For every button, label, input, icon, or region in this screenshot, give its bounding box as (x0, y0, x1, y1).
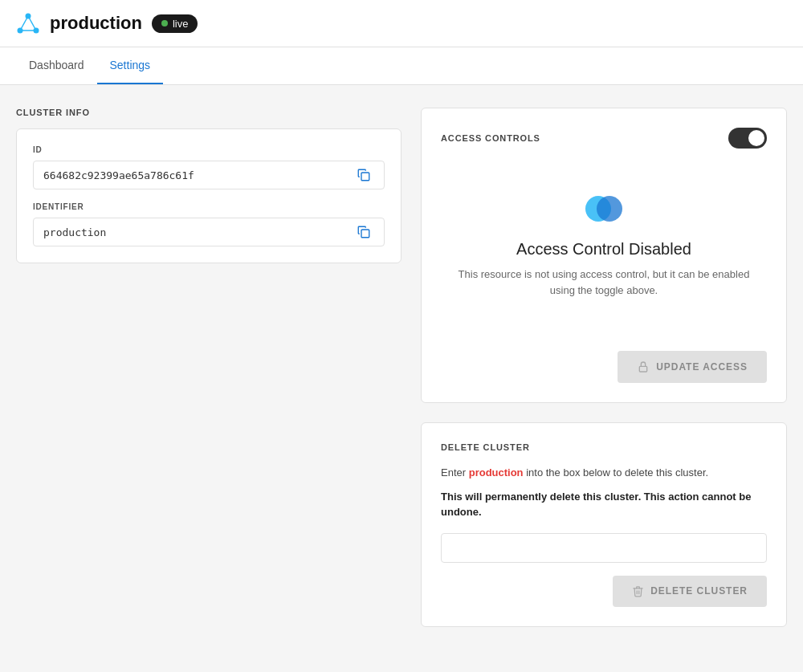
access-disabled-icon (584, 189, 624, 229)
identifier-value: production (43, 226, 353, 238)
delete-cluster-button[interactable]: DELETE CLUSTER (613, 576, 767, 607)
identifier-field-row: production (33, 218, 385, 246)
svg-line-3 (20, 16, 28, 31)
delete-confirm-input[interactable] (441, 533, 767, 563)
tab-settings[interactable]: Settings (97, 47, 164, 84)
id-field-row: 664682c92399ae65a786c61f (33, 161, 385, 189)
trash-icon (632, 585, 644, 597)
id-label: ID (33, 145, 385, 154)
header: production live (0, 0, 803, 47)
id-value: 664682c92399ae65a786c61f (43, 169, 353, 181)
tab-dashboard[interactable]: Dashboard (16, 47, 97, 84)
identifier-label: IDENTIFIER (33, 202, 385, 211)
delete-warning-text: Enter production into the box below to d… (441, 465, 767, 481)
lock-icon (637, 360, 650, 373)
access-controls-header: ACCESS CONTROLS (441, 128, 767, 149)
cluster-info-card: ID 664682c92399ae65a786c61f IDENTIFIER p… (16, 128, 402, 263)
copy-id-button[interactable] (353, 168, 374, 182)
copy-identifier-button[interactable] (353, 225, 374, 239)
cluster-info-title: CLUSTER INFO (16, 108, 402, 117)
access-disabled-desc: This resource is not using access contro… (457, 267, 751, 298)
access-disabled-title: Access Control Disabled (516, 240, 691, 259)
live-badge: live (152, 14, 198, 33)
delete-warning-bold: This will permanently delete this cluste… (441, 489, 767, 520)
svg-rect-6 (361, 173, 369, 181)
svg-rect-10 (640, 366, 647, 372)
page-title: production (50, 13, 142, 34)
delete-cluster-section: DELETE CLUSTER Enter production into the… (421, 422, 787, 627)
delete-cluster-title: DELETE CLUSTER (441, 442, 767, 452)
delete-warning-pre: Enter (441, 466, 469, 479)
right-column: ACCESS CONTROLS Access Control Disabled … (421, 108, 787, 627)
access-disabled-content: Access Control Disabled This resource is… (441, 165, 767, 314)
live-label: live (173, 18, 189, 30)
svg-rect-7 (361, 230, 369, 238)
delete-warning-post: into the box below to delete this cluste… (524, 466, 709, 479)
live-dot (161, 20, 168, 26)
access-controls-toggle[interactable] (728, 128, 767, 149)
app-logo (16, 11, 40, 35)
access-controls-title: ACCESS CONTROLS (441, 133, 540, 143)
delete-cluster-name-highlight: production (469, 466, 524, 479)
update-access-button[interactable]: UPDATE ACCESS (618, 351, 767, 383)
svg-line-4 (28, 16, 36, 31)
main-content: CLUSTER INFO ID 664682c92399ae65a786c61f… (0, 85, 803, 650)
cluster-info-column: CLUSTER INFO ID 664682c92399ae65a786c61f… (16, 108, 402, 627)
svg-point-9 (597, 196, 622, 222)
access-controls-section: ACCESS CONTROLS Access Control Disabled … (421, 108, 787, 403)
nav-tabs: Dashboard Settings (0, 47, 803, 85)
